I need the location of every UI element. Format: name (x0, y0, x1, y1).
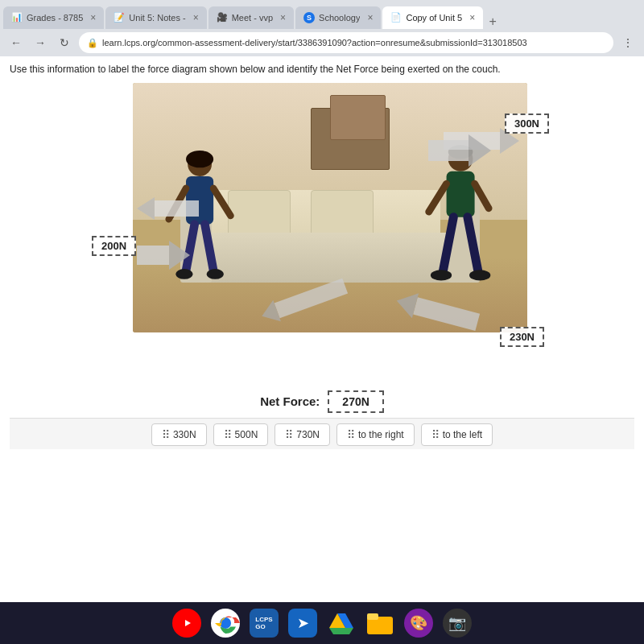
internal-arrow-left (137, 197, 199, 220)
tab-meet[interactable]: 🎥 Meet - vvp × (208, 6, 294, 29)
svg-line-4 (213, 188, 230, 215)
tab-icon-grades: 📊 (11, 12, 23, 23)
choice-label-right: to the right (358, 429, 404, 440)
tab-label-schoology: Schoology (319, 13, 360, 23)
tab-icon-meet: 🎥 (217, 12, 228, 23)
choice-label-500n: 500N (235, 429, 258, 440)
arrow-icon: ➤ (297, 614, 309, 632)
choice-label-730n: 730N (296, 429, 320, 440)
lock-icon: 🔒 (87, 38, 98, 48)
svg-point-8 (207, 269, 224, 279)
taskbar-camera[interactable]: 📷 (443, 609, 472, 638)
tab-close-copyunit5[interactable]: × (469, 12, 475, 23)
youtube-icon (179, 617, 195, 629)
reload-button[interactable]: ↻ (55, 33, 74, 52)
choice-to-the-right[interactable]: ⠿ to the right (336, 423, 415, 446)
svg-point-7 (175, 269, 192, 279)
browser-chrome: 📊 Grades - 8785 × 📝 Unit 5: Notes - × 🎥 … (0, 0, 644, 56)
tab-label-copyunit5: Copy of Unit 5 (406, 13, 462, 23)
net-force-value: 270N (328, 390, 383, 413)
svg-point-16 (431, 270, 452, 281)
chip-icon-right: ⠿ (347, 428, 355, 441)
taskbar: LCPSGO ➤ 🎨 📷 (0, 602, 644, 644)
person-right (425, 145, 496, 295)
svg-line-12 (428, 184, 446, 212)
taskbar-lcps[interactable]: LCPSGO (250, 609, 279, 638)
label-200n: 200N (92, 236, 136, 256)
tab-schoology[interactable]: S Schoology × (295, 6, 381, 29)
boxes2 (330, 95, 386, 140)
choice-label-left: to the left (443, 429, 482, 440)
net-force-section: Net Force: 270N (10, 390, 634, 413)
chrome-icon (211, 609, 240, 638)
net-force-label: Net Force: (260, 394, 320, 408)
svg-line-14 (443, 217, 453, 272)
tab-icon-schoology: S (303, 12, 315, 23)
menu-button[interactable]: ⋮ (618, 33, 638, 52)
choice-label-330n: 330N (173, 429, 196, 440)
chip-icon-730n: ⠿ (285, 428, 293, 441)
chip-icon-500n: ⠿ (224, 428, 232, 441)
forward-button[interactable]: → (31, 33, 50, 52)
folder-icon (367, 612, 393, 634)
tab-grades[interactable]: 📊 Grades - 8785 × (3, 6, 104, 29)
url-text: learn.lcps.org/common-assessment-deliver… (102, 38, 527, 47)
page-content: Use this information to label the force … (0, 56, 644, 602)
person-right-svg (425, 145, 496, 295)
svg-rect-11 (446, 171, 474, 217)
tab-close-unit5notes[interactable]: × (193, 12, 199, 23)
choice-730n[interactable]: ⠿ 730N (275, 423, 330, 446)
taskbar-drive[interactable] (327, 609, 356, 638)
answer-choices: ⠿ 330N ⠿ 500N ⠿ 730N ⠿ to the right ⠿ to… (10, 418, 634, 449)
taskbar-youtube[interactable] (172, 609, 201, 638)
address-bar-row: ← → ↻ 🔒 learn.lcps.org/common-assessment… (0, 29, 644, 56)
address-bar[interactable]: 🔒 learn.lcps.org/common-assessment-deliv… (79, 32, 613, 53)
choice-to-the-left[interactable]: ⠿ to the left (421, 423, 493, 446)
svg-line-6 (205, 224, 214, 270)
drive-icon (328, 612, 354, 634)
instructions-text: Use this information to label the force … (10, 63, 634, 76)
tab-close-schoology[interactable]: × (367, 12, 373, 23)
svg-point-17 (469, 270, 490, 281)
lcps-label: LCPSGO (255, 616, 272, 630)
tab-bar: 📊 Grades - 8785 × 📝 Unit 5: Notes - × 🎥 … (0, 0, 644, 29)
force-diagram: 300N 200N 230N (89, 83, 555, 389)
new-tab-button[interactable]: + (485, 14, 501, 29)
taskbar-folder[interactable] (365, 609, 394, 638)
taskbar-chrome[interactable] (211, 609, 240, 638)
label-300n: 300N (505, 114, 549, 134)
outer-arrow-300n (428, 134, 491, 167)
tab-unit5notes[interactable]: 📝 Unit 5: Notes - × (105, 6, 206, 29)
svg-point-1 (186, 151, 213, 167)
tab-close-meet[interactable]: × (280, 12, 286, 23)
tab-icon-copyunit5: 📄 (390, 12, 402, 23)
choice-500n[interactable]: ⠿ 500N (213, 423, 269, 446)
taskbar-palette[interactable]: 🎨 (404, 609, 433, 638)
tab-close-grades[interactable]: × (90, 12, 96, 23)
label-230n: 230N (500, 327, 544, 347)
chip-icon-left: ⠿ (431, 428, 440, 441)
svg-line-13 (474, 184, 489, 208)
choice-330n[interactable]: ⠿ 330N (151, 423, 207, 446)
outer-arrow-200n (137, 241, 190, 270)
tab-label-grades: Grades - 8785 (27, 13, 83, 23)
tab-icon-unit5notes: 📝 (114, 12, 125, 23)
couch-image (133, 83, 527, 332)
tab-copyunit5[interactable]: 📄 Copy of Unit 5 × (382, 6, 483, 29)
tab-label-meet: Meet - vvp (232, 13, 273, 23)
svg-point-22 (221, 619, 229, 627)
svg-line-15 (467, 217, 477, 272)
svg-marker-25 (329, 628, 353, 634)
palette-icon: 🎨 (410, 614, 427, 632)
back-button[interactable]: ← (6, 33, 26, 52)
taskbar-arrow-app[interactable]: ➤ (288, 609, 317, 638)
tab-label-unit5notes: Unit 5: Notes - (129, 13, 185, 23)
chip-icon-330n: ⠿ (162, 428, 170, 441)
camera-icon: 📷 (448, 614, 466, 632)
svg-rect-27 (367, 613, 378, 620)
